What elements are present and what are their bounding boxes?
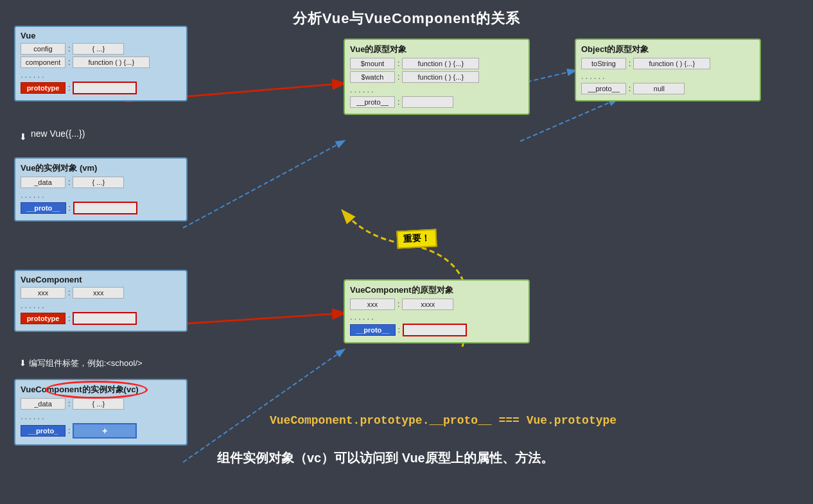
vcp-xxx-label: xxx [350, 299, 395, 310]
vc-inst-proto-label: __proto_ [21, 425, 66, 437]
vp-proto-value [402, 96, 453, 108]
svg-line-3 [183, 350, 344, 462]
op-tostring-label: toString [581, 58, 626, 69]
vue-box-title: Vue [21, 31, 181, 40]
bottom-desc: 组件实例对象（vc）可以访问到 Vue原型上的属性、方法。 [217, 449, 554, 467]
vm-data-row: _data : { ...} [21, 177, 181, 188]
vc-inst-proto-row: __proto_ : + [21, 423, 181, 439]
op-tostring-value: function ( ) {...} [633, 58, 710, 69]
vc-prototype-row: prototype : [21, 312, 181, 325]
vp-proto-label: __proto__ [350, 96, 395, 108]
vue-box: Vue config : { ...} component : function… [14, 26, 188, 101]
vue-proto-box: Vue的原型对象 $mount : function ( ) {...} $wa… [344, 39, 530, 115]
vc-dots: ...... [21, 300, 181, 310]
vm-proto-value [73, 202, 137, 214]
vue-config-row: config : { ...} [21, 43, 181, 55]
vm-data-label: _data [21, 177, 66, 188]
vc-inst-proto-value: + [73, 423, 137, 439]
svg-line-1 [183, 141, 344, 228]
vc-inst-data-row: _data : { ...} [21, 398, 181, 410]
prototype-value [73, 82, 137, 94]
vcp-dots: ...... [350, 312, 523, 322]
vp-mount-row: $mount : function ( ) {...} [350, 58, 523, 69]
vcp-xxx-row: xxx : xxxx [350, 299, 523, 310]
vue-component-row: component : function ( ) {...} [21, 56, 181, 68]
write-component-arrow: ⬇ 编写组件标签，例如:<school/> [19, 358, 143, 369]
vp-dots: ...... [350, 85, 523, 94]
vc-inst-data-value: { ...} [73, 398, 124, 410]
vue-prototype-row: prototype : [21, 82, 181, 94]
object-proto-title: Object的原型对象 [581, 44, 755, 55]
component-value: function ( ) {...} [73, 56, 150, 68]
vuecomponent-title: VueComponent [21, 275, 181, 284]
op-proto-value: null [633, 83, 685, 94]
object-proto-box: Object的原型对象 toString : function ( ) {...… [575, 39, 761, 101]
vcp-proto-label: __proto__ [350, 324, 396, 336]
vp-watch-value: function ( ) {...} [402, 71, 479, 83]
vc-inst-dots: ...... [21, 412, 181, 421]
vcp-xxx-value: xxxx [402, 299, 453, 310]
vcp-proto-value [403, 324, 467, 336]
vm-proto-label: __proto__ [21, 202, 66, 214]
vp-watch-row: $watch : function ( ) {...} [350, 71, 523, 83]
op-proto-label: __proto__ [581, 83, 626, 94]
vp-mount-value: function ( ) {...} [402, 58, 479, 69]
new-vue-label: new Vue({...}) [31, 128, 85, 139]
vue-dots-1: ...... [21, 70, 181, 80]
vue-instance-box: Vue的实例对象 (vm) _data : { ...} ...... __pr… [14, 157, 188, 222]
prototype-label: prototype [21, 82, 66, 94]
vc-prototype-label: prototype [21, 313, 66, 324]
vue-instance-title: Vue的实例对象 (vm) [21, 162, 181, 174]
svg-line-5 [520, 100, 616, 141]
vc-proto-title: VueComponent的原型对象 [350, 284, 523, 296]
vm-data-value: { ...} [73, 177, 124, 188]
write-component-label: 编写组件标签，例如:<school/> [29, 358, 143, 368]
config-value: { ...} [73, 43, 124, 55]
vue-proto-title: Vue的原型对象 [350, 44, 523, 55]
important-badge: 重要！ [396, 229, 437, 248]
vcp-proto-row: __proto__ : [350, 324, 523, 336]
new-vue-arrow: ⬇ [19, 132, 27, 142]
vm-proto-row: __proto__ : [21, 202, 181, 214]
component-label: component [21, 56, 66, 68]
vm-dots: ...... [21, 190, 181, 200]
vc-instance-title: VueComponent的实例对象(vc) [21, 384, 181, 395]
op-proto-row: __proto__ : null [581, 83, 755, 94]
config-label: config [21, 43, 66, 55]
op-tostring-row: toString : function ( ) {...} [581, 58, 755, 69]
vc-proto-box: VueComponent的原型对象 xxx : xxxx ...... __pr… [344, 279, 530, 343]
vp-proto-row: __proto__ : [350, 96, 523, 108]
vp-watch-label: $watch [350, 71, 395, 83]
vuecomponent-box: VueComponent xxx : xxx ...... prototype … [14, 270, 188, 332]
vc-xxx-row: xxx : xxx [21, 287, 181, 299]
vp-mount-label: $mount [350, 58, 395, 69]
bottom-formula: VueComponent.prototype.__proto__ === Vue… [270, 414, 616, 427]
vc-instance-box: VueComponent的实例对象(vc) _data : { ...} ...… [14, 379, 188, 446]
vc-xxx-label: xxx [21, 287, 66, 299]
vc-xxx-value: xxx [73, 287, 124, 299]
page-title: 分析Vue与VueComponent的关系 [0, 0, 813, 28]
vc-inst-data-label: _data [21, 398, 66, 410]
op-dots: ...... [581, 71, 755, 81]
vc-prototype-value [73, 312, 137, 325]
